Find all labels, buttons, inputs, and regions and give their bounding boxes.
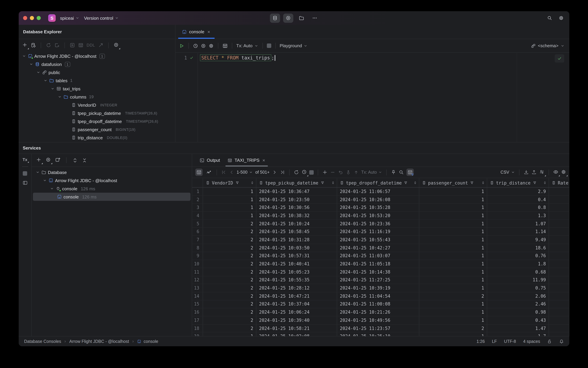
sort-icon[interactable] [331,181,335,185]
close-tab-button[interactable] [207,30,211,34]
cell-passenger-count[interactable]: 2 [419,292,487,300]
cell-pickup-datetime[interactable]: 2024-01-25 10:57:31 [256,252,337,260]
chevron-down-icon[interactable] [43,178,47,183]
delete-row-icon[interactable] [330,170,335,175]
project-menu[interactable]: spiceai [60,16,80,20]
cell-dropoff-datetime[interactable]: 2024-01-25 10:25:10 [337,332,419,336]
schema-selector[interactable]: <schema> [531,43,565,48]
cell-vendorid[interactable]: 2 [203,236,256,243]
column-header-distance[interactable]: trip_distance [487,178,549,187]
cell-rate[interactable] [549,300,569,308]
open-in-new-button[interactable] [55,157,61,164]
row-number[interactable]: 18 [192,324,203,332]
panel-layout-icon[interactable] [22,180,28,185]
run-query-icon[interactable] [179,43,184,48]
table-row[interactable]: 11 2 2024-01-25 10:05:23 2024-01-25 10:1… [192,268,569,276]
filter-funnel-icon[interactable] [404,181,408,185]
table-row[interactable]: 8 2 2024-01-25 10:03:50 2024-01-25 10:42… [192,244,569,252]
cell-dropoff-datetime[interactable]: 2024-01-25 10:21:26 [337,308,419,316]
tab-taxi-trips[interactable]: TAXI_TRIPS [224,154,269,166]
row-number[interactable]: 9 [192,252,203,260]
cell-pickup-datetime[interactable]: 2024-01-25 10:03:50 [256,244,337,252]
refresh-icon[interactable] [46,43,51,48]
service-item-console-selected[interactable]: console 126 ms [33,193,190,201]
cell-passenger-count[interactable]: 1 [419,316,487,324]
search-icon[interactable] [547,15,552,21]
cell-passenger-count[interactable]: 1 [419,220,487,228]
console-settings-icon[interactable] [208,43,214,48]
cell-dropoff-datetime[interactable]: 2024-01-25 10:53:20 [337,212,419,219]
chevron-down-icon[interactable] [29,62,33,66]
cell-pickup-datetime[interactable]: 2024-01-25 10:47:21 [256,292,337,300]
view-options-button[interactable] [45,157,51,164]
tree-item-columns-folder[interactable]: columns 19 [19,93,175,101]
sort-icon[interactable] [250,181,254,185]
chevron-down-icon[interactable] [36,70,40,74]
ddl-button[interactable]: DDL [87,43,95,47]
cell-pickup-datetime[interactable]: 2024-01-25 10:10:24 [256,220,337,228]
row-number[interactable]: 3 [192,204,203,211]
code-editor[interactable]: 1 SELECT * FROM taxi_trips; [176,53,569,142]
tab-console[interactable]: console [178,25,214,39]
cell-pickup-datetime[interactable]: 2024-01-25 10:37:04 [256,300,337,308]
cell-vendorid[interactable]: 2 [203,252,256,260]
cell-vendorid[interactable]: 2 [203,324,256,332]
database-explorer-header[interactable]: Database Explorer [19,25,175,39]
breadcrumb-item[interactable]: console [144,339,158,344]
cell-dropoff-datetime[interactable]: 2024-01-25 11:03:07 [337,252,419,260]
cell-dropoff-datetime[interactable]: 2024-01-25 11:05:18 [337,260,419,267]
cell-rate[interactable] [549,244,569,252]
table-row[interactable]: 3 1 2024-01-25 10:30:56 2024-01-25 10:35… [192,204,569,212]
tree-item-table-taxi-trips[interactable]: taxi_trips [19,85,175,93]
cell-pickup-datetime[interactable]: 2024-01-25 10:02:08 [256,332,337,336]
line-separator[interactable]: LF [492,339,497,344]
row-number[interactable]: 10 [192,260,203,267]
settings-gear-icon[interactable] [559,15,564,21]
cell-pickup-datetime[interactable]: 2024-01-25 10:58:45 [256,228,337,236]
grid-settings-button[interactable] [561,169,566,175]
column-header-pickup[interactable]: tpep_pickup_datetime [256,178,337,187]
row-number[interactable]: 4 [192,212,203,219]
grid-view-button[interactable] [195,168,203,176]
view-options-button[interactable] [553,169,559,175]
previous-page-icon[interactable] [229,170,234,175]
filter-funnel-icon[interactable] [533,181,537,185]
service-item-database[interactable]: Database [32,168,192,176]
minimize-window-button[interactable] [30,16,34,20]
cell-trip-distance[interactable]: 0.4 [487,195,549,203]
export-format-dropdown[interactable]: CSV [501,170,515,175]
version-control-menu[interactable]: Version control [84,16,119,20]
cell-rate[interactable] [549,284,569,292]
services-panel-header[interactable]: Services [19,142,569,154]
row-number[interactable]: 17 [192,316,203,324]
cell-dropoff-datetime[interactable]: 2024-01-25 10:49:56 [337,316,419,324]
table-row[interactable]: 6 2 2024-01-25 10:58:45 2024-01-25 11:16… [192,228,569,236]
column-header-vendorid[interactable]: VendorID [203,178,256,187]
cell-vendorid[interactable]: 1 [203,204,256,211]
cell-trip-distance[interactable]: 1.47 [487,324,549,332]
breadcrumb-item[interactable]: Arrow Flight JDBC - @localhost [69,339,129,344]
cell-rate[interactable] [549,316,569,324]
cell-passenger-count[interactable]: 1 [419,195,487,203]
next-page-icon[interactable] [272,170,277,175]
table-row[interactable]: 16 2 2024-01-25 10:06:24 2024-01-25 10:2… [192,308,569,316]
row-number[interactable]: 13 [192,284,203,292]
row-number[interactable]: 16 [192,308,203,316]
table-row[interactable]: 10 2 2024-01-25 10:40:41 2024-01-25 11:0… [192,260,569,268]
cell-rate[interactable] [549,268,569,276]
notifications-bell-icon[interactable] [559,339,564,344]
cell-vendorid[interactable]: 2 [203,292,256,300]
new-console-icon[interactable] [54,43,60,48]
sql-line[interactable]: SELECT * FROM taxi_trips; [200,54,275,61]
filter-panel-button[interactable] [406,168,414,176]
service-item-connection[interactable]: console 126 ms [32,184,192,193]
maximize-window-button[interactable] [37,16,41,20]
cell-rate[interactable] [549,195,569,203]
cell-passenger-count[interactable]: 1 [419,252,487,260]
cell-trip-distance[interactable]: 9.49 [487,236,549,243]
cell-dropoff-datetime[interactable]: 2024-01-25 10:26:08 [337,195,419,203]
cell-trip-distance[interactable]: 2.06 [487,292,549,300]
row-number[interactable]: 1 [192,188,203,195]
chevron-down-icon[interactable] [51,87,55,91]
revert-icon[interactable] [338,170,343,175]
